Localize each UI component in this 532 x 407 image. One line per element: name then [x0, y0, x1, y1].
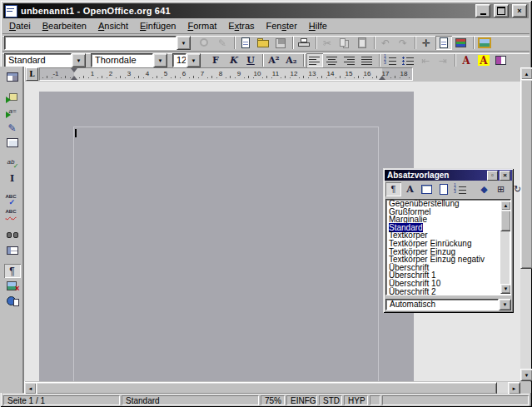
- page-styles-icon[interactable]: [435, 182, 451, 196]
- tab-type-button[interactable]: L: [26, 67, 38, 81]
- first-line-indent-marker[interactable]: [71, 68, 77, 72]
- form-functions-icon[interactable]: [4, 136, 21, 150]
- font-name-dropdown-button[interactable]: ▼: [153, 53, 167, 67]
- menu-format[interactable]: Format: [181, 20, 222, 32]
- save-document-icon[interactable]: [272, 36, 289, 50]
- horizontal-scroll-thumb[interactable]: [36, 382, 497, 395]
- paragraph-background-icon[interactable]: [493, 53, 510, 67]
- new-document-icon[interactable]: [237, 36, 254, 50]
- ruler-tick: [230, 76, 231, 78]
- online-layout-icon[interactable]: [4, 294, 21, 308]
- scroll-down-button[interactable]: ▼: [520, 369, 532, 381]
- scroll-up-button[interactable]: ▲: [520, 67, 532, 80]
- title-bar[interactable]: unbenannt1 - OpenOffice.org 641 ×: [3, 3, 529, 18]
- cut-icon[interactable]: ✂: [319, 36, 336, 50]
- load-url-input[interactable]: [4, 36, 177, 50]
- menu-ansicht[interactable]: Ansicht: [92, 20, 134, 32]
- new-style-from-selection-icon[interactable]: ⊞: [493, 182, 509, 196]
- insert-table-icon[interactable]: [4, 70, 21, 84]
- numbering-on-off-icon[interactable]: [382, 53, 399, 67]
- character-styles-icon[interactable]: A: [402, 182, 418, 196]
- data-sources-icon[interactable]: [4, 243, 21, 257]
- menu-hilfe[interactable]: Hilfe: [303, 20, 333, 32]
- minimize-button[interactable]: [475, 4, 490, 17]
- menu-extras[interactable]: Extras: [222, 20, 260, 32]
- horizontal-scrollbar[interactable]: ◄ ►: [24, 382, 520, 393]
- navigator-icon[interactable]: ✛: [418, 36, 435, 50]
- menu-fenster[interactable]: Fenster: [261, 20, 303, 32]
- draw-functions-icon[interactable]: ✎: [4, 121, 21, 135]
- numbering-styles-icon[interactable]: [452, 182, 468, 196]
- close-button[interactable]: ×: [512, 4, 527, 17]
- find-replace-icon[interactable]: [4, 228, 21, 242]
- align-justify-icon[interactable]: [359, 53, 375, 67]
- style-scroll-down-button[interactable]: ▼: [500, 284, 511, 294]
- nonprinting-characters-icon[interactable]: ¶: [4, 264, 21, 278]
- maximize-button[interactable]: [494, 4, 509, 17]
- decrease-indent-icon[interactable]: ⇤: [417, 53, 434, 67]
- direct-cursor-icon[interactable]: I: [4, 171, 21, 186]
- ruler-label-1: 1: [87, 70, 97, 77]
- bullets-on-off-icon[interactable]: [400, 53, 416, 67]
- subscript-icon[interactable]: A₂: [283, 53, 300, 67]
- print-document-icon[interactable]: [296, 36, 312, 50]
- menu-datei[interactable]: Datei: [3, 20, 37, 32]
- page[interactable]: [39, 92, 414, 381]
- status-zoom[interactable]: 75%: [261, 395, 285, 405]
- font-size-dropdown-button[interactable]: ▼: [186, 53, 201, 67]
- auto-spellcheck-icon[interactable]: [4, 207, 21, 221]
- underline-icon[interactable]: U: [242, 53, 259, 67]
- menu-bearbeiten[interactable]: Bearbeiten: [37, 20, 92, 32]
- stylist-title-bar[interactable]: Absatzvorlagen ▫ ×: [385, 170, 512, 181]
- stylist-dock-button[interactable]: ▫: [487, 171, 498, 181]
- vertical-scrollbar[interactable]: ▲ ▼: [520, 67, 531, 381]
- style-filter-dropdown-button[interactable]: ▼: [499, 299, 511, 310]
- fill-format-mode-icon[interactable]: ◆: [476, 182, 492, 196]
- stop-loading-icon[interactable]: [196, 36, 213, 50]
- gallery-icon[interactable]: [476, 36, 493, 50]
- paragraph-style-value[interactable]: Standard: [4, 53, 72, 67]
- hyperlink-dialog-icon[interactable]: [453, 36, 470, 50]
- style-scroll-thumb[interactable]: [500, 210, 511, 231]
- scroll-left-button[interactable]: ◄: [24, 382, 37, 395]
- stylist-icon[interactable]: [435, 36, 452, 50]
- superscript-icon[interactable]: A²: [266, 53, 282, 67]
- style-list-scrollbar[interactable]: ▲ ▼: [500, 201, 510, 294]
- scroll-right-button[interactable]: ►: [508, 382, 520, 395]
- frame-styles-icon[interactable]: [419, 182, 435, 196]
- left-indent-marker[interactable]: [71, 76, 77, 80]
- autotext-icon[interactable]: [4, 156, 21, 171]
- font-name-value[interactable]: Thorndale: [91, 53, 153, 67]
- copy-icon[interactable]: [336, 36, 353, 50]
- load-url-dropdown-button[interactable]: ▼: [177, 36, 191, 50]
- style-filter-value[interactable]: Automatisch: [385, 299, 499, 310]
- align-left-icon[interactable]: [306, 53, 323, 67]
- style-item-überschrift-2[interactable]: Überschrift 2: [386, 288, 501, 295]
- paragraph-style-dropdown-button[interactable]: ▼: [72, 53, 86, 67]
- vertical-scroll-thumb[interactable]: [520, 79, 532, 269]
- insert-fields-icon[interactable]: [4, 106, 21, 120]
- paste-icon[interactable]: [354, 36, 370, 50]
- insert-icon[interactable]: [4, 91, 21, 105]
- font-color-icon[interactable]: A: [458, 53, 475, 67]
- font-size-value[interactable]: 12: [172, 53, 186, 67]
- status-insert-mode[interactable]: EINFG: [286, 395, 317, 405]
- stylist-close-button[interactable]: ×: [500, 171, 510, 181]
- update-style-icon[interactable]: ↻: [510, 182, 525, 196]
- status-hyperlink-mode[interactable]: HYP: [344, 395, 368, 405]
- align-center-icon[interactable]: [324, 53, 341, 67]
- align-right-icon[interactable]: [341, 53, 358, 67]
- italic-icon[interactable]: K: [225, 53, 241, 67]
- redo-icon[interactable]: ↷: [395, 36, 411, 50]
- undo-icon[interactable]: ↶: [377, 36, 394, 50]
- spellcheck-icon[interactable]: [4, 192, 21, 206]
- bold-icon[interactable]: F: [207, 53, 224, 67]
- status-selection-mode[interactable]: STD: [319, 395, 342, 405]
- menu-einfügen[interactable]: Einfügen: [134, 20, 181, 32]
- graphics-on-off-icon[interactable]: [4, 279, 21, 293]
- paragraph-styles-icon[interactable]: ¶: [385, 182, 401, 196]
- open-document-icon[interactable]: [255, 36, 271, 50]
- edit-file-icon[interactable]: ✎: [214, 36, 231, 50]
- highlighting-icon[interactable]: A: [475, 53, 492, 67]
- increase-indent-icon[interactable]: ⇥: [435, 53, 451, 67]
